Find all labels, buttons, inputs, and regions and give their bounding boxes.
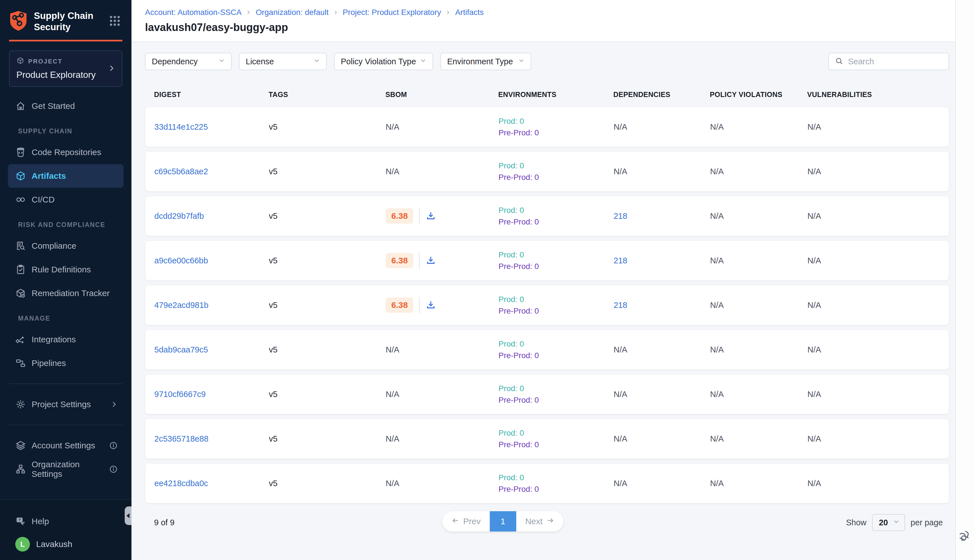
sbom-score-badge[interactable]: 6.38 [386,297,413,313]
vulnerabilities-cell: N/A [807,212,949,221]
dependencies-link[interactable]: 218 [614,256,627,265]
breadcrumb-organization-link[interactable]: Organization: default [255,8,328,17]
sidebar-item-pipelines[interactable]: Pipelines [8,351,124,375]
digest-link[interactable]: 2c5365718e88 [154,434,209,443]
module-grid-icon[interactable] [109,14,121,28]
sidebar-item-get-started[interactable]: Get Started [8,94,124,118]
dependencies-cell: N/A [614,390,710,399]
prev-page-button[interactable]: Prev [442,511,490,532]
sbom-na: N/A [386,167,399,176]
sidebar-item-compliance[interactable]: Compliance [8,234,124,258]
page-size-dropdown[interactable]: 20 [872,514,905,531]
digest-link[interactable]: dcdd29b7fafb [154,212,204,220]
breadcrumb-separator-icon [332,9,339,15]
row-count-summary: 9 of 9 [154,518,175,527]
digest-link[interactable]: 9710cf6667c9 [154,390,206,399]
sbom-download-icon[interactable] [425,210,436,222]
info-icon[interactable] [109,441,118,450]
app-logo-row: Supply Chain Security [0,0,132,40]
chevron-down-icon [419,57,427,66]
dependency-filter-dropdown[interactable]: Dependency [145,53,232,70]
search-input[interactable] [848,57,954,66]
sidebar-nav: Get Started SUPPLY CHAIN Code Repositori… [0,94,132,499]
env-prod-value: Prod: 0 [499,117,614,126]
policy-violations-cell: N/A [710,256,807,265]
home-icon [15,101,26,112]
policy-violations-value: N/A [710,479,724,488]
sidebar: Supply Chain Security PROJECT Product [0,0,132,560]
breadcrumb-artifacts-link[interactable]: Artifacts [455,8,484,17]
org-chart-icon [15,464,26,475]
user-profile[interactable]: L Lavakush [15,537,124,552]
sidebar-collapse-handle[interactable] [125,507,132,525]
dependencies-link[interactable]: 218 [614,212,627,220]
table-row[interactable]: 2c5365718e88 v5 N/A Prod: 0 Pre-Prod: 0 … [145,419,949,459]
digest-link[interactable]: c69c5b6a8ae2 [154,167,208,176]
dependencies-na: N/A [614,390,627,399]
next-page-button[interactable]: Next [516,511,564,532]
info-icon[interactable] [109,465,118,474]
table-row[interactable]: ee4218cdba0c v5 N/A Prod: 0 Pre-Prod: 0 … [145,463,949,503]
policy-violations-value: N/A [710,345,724,354]
table-row[interactable]: 33d114e1c225 v5 N/A Prod: 0 Pre-Prod: 0 … [145,107,949,147]
policy-violation-type-filter-dropdown[interactable]: Policy Violation Type [334,53,433,70]
env-preprod-value: Pre-Prod: 0 [499,351,614,360]
table-row[interactable]: dcdd29b7fafb v5 6.38 Prod: 0 Pre-Prod: 0… [145,196,949,236]
vulnerabilities-cell: N/A [807,390,949,399]
breadcrumb-project-link[interactable]: Project: Product Exploratory [343,8,441,17]
policy-violations-value: N/A [710,212,724,220]
env-prod-value: Prod: 0 [499,428,614,438]
dependencies-na: N/A [614,434,627,443]
breadcrumb-account-link[interactable]: Account: Automation-SSCA [145,8,242,17]
vulnerabilities-cell: N/A [807,167,949,176]
chat-support-icon[interactable] [960,530,973,544]
license-filter-dropdown[interactable]: License [239,53,327,70]
sbom-score-badge[interactable]: 6.38 [386,253,413,268]
tag-value: v5 [269,167,277,176]
sidebar-item-cicd[interactable]: CI/CD [8,188,124,212]
supply-chain-security-logo-icon [9,10,28,32]
sidebar-item-help[interactable]: ? Help [8,510,124,532]
sidebar-item-remediation-tracker[interactable]: Remediation Tracker [8,282,124,305]
digest-link[interactable]: 33d114e1c225 [154,122,208,132]
dependencies-link[interactable]: 218 [614,301,627,310]
user-name: Lavakush [36,539,72,549]
env-prod-value: Prod: 0 [499,295,614,304]
sidebar-item-organization-settings[interactable]: Organization Settings [8,457,124,481]
environment-type-filter-dropdown[interactable]: Environment Type [441,53,531,70]
main-area: Account: Automation-SSCA Organization: d… [132,0,975,560]
sidebar-item-code-repositories[interactable]: Code Repositories [8,140,124,164]
project-selector[interactable]: PROJECT Product Exploratory [9,50,122,87]
table-row[interactable]: 5dab9caa79c5 v5 N/A Prod: 0 Pre-Prod: 0 … [145,330,949,370]
sbom-download-icon[interactable] [425,255,436,266]
env-prod-value: Prod: 0 [499,473,614,482]
sbom-score-badge[interactable]: 6.38 [386,208,413,223]
table-row[interactable]: 479e2acd981b v5 6.38 Prod: 0 Pre-Prod: 0… [145,285,949,325]
digest-link[interactable]: 479e2acd981b [154,301,209,310]
sidebar-item-label: Get Started [32,101,75,111]
project-selector-value: Product Exploratory [17,70,115,80]
table-row[interactable]: c69c5b6a8ae2 v5 N/A Prod: 0 Pre-Prod: 0 … [145,152,949,192]
sidebar-item-integrations[interactable]: Integrations [8,328,124,351]
digest-link[interactable]: 5dab9caa79c5 [154,345,208,354]
tag-value: v5 [269,212,277,220]
digest-link[interactable]: ee4218cdba0c [154,479,208,488]
prev-label: Prev [463,517,481,526]
column-header-digest: DIGEST [154,90,269,99]
sidebar-item-account-settings[interactable]: Account Settings [8,434,124,457]
table-row[interactable]: 9710cf6667c9 v5 N/A Prod: 0 Pre-Prod: 0 … [145,374,949,414]
table-row[interactable]: a9c6e00c66bb v5 6.38 Prod: 0 Pre-Prod: 0… [145,240,949,280]
project-cube-icon [17,57,24,66]
sidebar-item-project-settings[interactable]: Project Settings [8,393,124,416]
help-chat-icon: ? [15,516,26,527]
vulnerabilities-value: N/A [807,390,821,399]
sidebar-item-artifacts[interactable]: Artifacts [8,164,124,188]
current-page-button[interactable]: 1 [490,511,516,532]
policy-violations-cell: N/A [710,434,807,443]
digest-link[interactable]: a9c6e00c66bb [154,256,208,265]
tags-cell: v5 [269,256,386,265]
sidebar-item-rule-definitions[interactable]: Rule Definitions [8,258,124,282]
tag-value: v5 [269,479,277,488]
sbom-download-icon[interactable] [425,300,436,311]
sidebar-item-label: Project Settings [32,400,91,409]
